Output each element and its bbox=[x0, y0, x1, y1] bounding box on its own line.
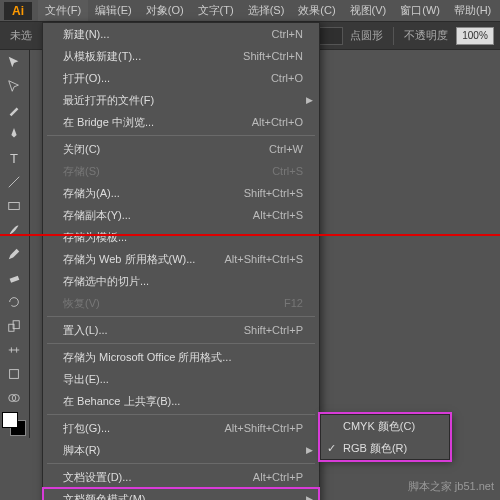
file-menu-item-7: 存储(S)Ctrl+S bbox=[43, 160, 319, 182]
menu-separator bbox=[47, 343, 315, 344]
menu-item-label: 存储选中的切片... bbox=[63, 274, 149, 289]
type-tool-icon[interactable]: T bbox=[0, 146, 28, 170]
pencil-tool-icon[interactable] bbox=[0, 242, 28, 266]
annotation-line bbox=[0, 234, 500, 236]
file-menu-item-0[interactable]: 新建(N)...Ctrl+N bbox=[43, 23, 319, 45]
menu-item-label: 置入(L)... bbox=[63, 323, 108, 338]
menu-6[interactable]: 视图(V) bbox=[343, 0, 394, 21]
line-tool-icon[interactable] bbox=[0, 170, 28, 194]
width-tool-icon[interactable] bbox=[0, 338, 28, 362]
menu-item-shortcut: Shift+Ctrl+P bbox=[244, 324, 303, 336]
menu-item-label: 打包(G)... bbox=[63, 421, 110, 436]
menu-item-shortcut: Ctrl+O bbox=[271, 72, 303, 84]
app-window: Ai 文件(F)编辑(E)对象(O)文字(T)选择(S)效果(C)视图(V)窗口… bbox=[0, 0, 500, 500]
watermark-text: 脚本之家 jb51.net bbox=[408, 479, 494, 494]
magic-wand-tool-icon[interactable] bbox=[0, 98, 28, 122]
menu-8[interactable]: 帮助(H) bbox=[447, 0, 498, 21]
color-mode-submenu: CMYK 颜色(C)✓RGB 颜色(R) bbox=[320, 414, 450, 460]
file-menu-item-21[interactable]: 打包(G)...Alt+Shift+Ctrl+P bbox=[43, 417, 319, 439]
eraser-tool-icon[interactable] bbox=[0, 266, 28, 290]
menu-item-shortcut: Alt+Shift+Ctrl+S bbox=[224, 253, 303, 265]
file-menu-item-15[interactable]: 置入(L)...Shift+Ctrl+P bbox=[43, 319, 319, 341]
menu-3[interactable]: 文字(T) bbox=[191, 0, 241, 21]
file-menu-item-25[interactable]: 文档颜色模式(M)▶ bbox=[43, 488, 319, 500]
menu-1[interactable]: 编辑(E) bbox=[88, 0, 139, 21]
menu-item-label: 存储(S) bbox=[63, 164, 100, 179]
file-menu-item-11[interactable]: 存储为 Web 所用格式(W)...Alt+Shift+Ctrl+S bbox=[43, 248, 319, 270]
menu-item-shortcut: Shift+Ctrl+S bbox=[244, 187, 303, 199]
menu-item-label: 脚本(R) bbox=[63, 443, 100, 458]
menu-separator bbox=[47, 463, 315, 464]
svg-rect-4 bbox=[10, 370, 19, 379]
submenu-item-label: CMYK 颜色(C) bbox=[343, 419, 415, 434]
file-menu-item-22[interactable]: 脚本(R)▶ bbox=[43, 439, 319, 461]
menu-item-shortcut: Alt+Shift+Ctrl+P bbox=[224, 422, 303, 434]
menu-item-shortcut: Ctrl+W bbox=[269, 143, 303, 155]
app-logo: Ai bbox=[4, 2, 32, 20]
menu-item-label: 存储为 Web 所用格式(W)... bbox=[63, 252, 195, 267]
scale-tool-icon[interactable] bbox=[0, 314, 28, 338]
menu-item-label: 关闭(C) bbox=[63, 142, 100, 157]
menu-item-label: 文档设置(D)... bbox=[63, 470, 131, 485]
file-menu-item-10[interactable]: 存储为模板... bbox=[43, 226, 319, 248]
menu-item-shortcut: F12 bbox=[284, 297, 303, 309]
menu-item-shortcut: Ctrl+N bbox=[272, 28, 303, 40]
fill-stroke-swatch[interactable] bbox=[2, 412, 26, 436]
opacity-value[interactable]: 100% bbox=[456, 27, 494, 45]
menu-item-label: 打开(O)... bbox=[63, 71, 110, 86]
menu-item-label: 在 Behance 上共享(B)... bbox=[63, 394, 180, 409]
selection-tool-icon[interactable] bbox=[0, 50, 28, 74]
file-menu-item-8[interactable]: 存储为(A)...Shift+Ctrl+S bbox=[43, 182, 319, 204]
checkmark-icon: ✓ bbox=[327, 442, 336, 455]
file-menu-item-13: 恢复(V)F12 bbox=[43, 292, 319, 314]
menu-item-label: 最近打开的文件(F) bbox=[63, 93, 154, 108]
pen-tool-icon[interactable] bbox=[0, 122, 28, 146]
brush-shape-label[interactable]: 点圆形 bbox=[350, 28, 383, 43]
file-menu-item-2[interactable]: 打开(O)...Ctrl+O bbox=[43, 67, 319, 89]
menu-item-shortcut: Alt+Ctrl+P bbox=[253, 471, 303, 483]
file-menu-item-12[interactable]: 存储选中的切片... bbox=[43, 270, 319, 292]
opacity-label: 不透明度 bbox=[404, 28, 448, 43]
menu-2[interactable]: 对象(O) bbox=[139, 0, 191, 21]
submenu-arrow-icon: ▶ bbox=[306, 445, 313, 455]
file-menu-item-17[interactable]: 存储为 Microsoft Office 所用格式... bbox=[43, 346, 319, 368]
menu-4[interactable]: 选择(S) bbox=[241, 0, 292, 21]
menu-separator bbox=[47, 414, 315, 415]
menu-item-label: 从模板新建(T)... bbox=[63, 49, 141, 64]
file-menu-item-9[interactable]: 存储副本(Y)...Alt+Ctrl+S bbox=[43, 204, 319, 226]
no-selection-label: 未选 bbox=[10, 28, 32, 43]
color-mode-option-0[interactable]: CMYK 颜色(C) bbox=[321, 415, 449, 437]
menu-item-label: 存储为(A)... bbox=[63, 186, 120, 201]
menu-item-label: 存储副本(Y)... bbox=[63, 208, 131, 223]
file-menu-item-24[interactable]: 文档设置(D)...Alt+Ctrl+P bbox=[43, 466, 319, 488]
rectangle-tool-icon[interactable] bbox=[0, 194, 28, 218]
menu-item-shortcut: Alt+Ctrl+O bbox=[252, 116, 303, 128]
menu-separator bbox=[47, 135, 315, 136]
svg-rect-0 bbox=[9, 203, 20, 210]
rotate-tool-icon[interactable] bbox=[0, 290, 28, 314]
menu-7[interactable]: 窗口(W) bbox=[393, 0, 447, 21]
file-menu-item-3[interactable]: 最近打开的文件(F)▶ bbox=[43, 89, 319, 111]
submenu-arrow-icon: ▶ bbox=[306, 95, 313, 105]
menu-0[interactable]: 文件(F) bbox=[38, 0, 88, 21]
paintbrush-tool-icon[interactable] bbox=[0, 218, 28, 242]
file-menu-item-4[interactable]: 在 Bridge 中浏览...Alt+Ctrl+O bbox=[43, 111, 319, 133]
separator bbox=[393, 27, 394, 45]
menu-item-label: 存储为 Microsoft Office 所用格式... bbox=[63, 350, 232, 365]
menu-item-label: 导出(E)... bbox=[63, 372, 109, 387]
menu-5[interactable]: 效果(C) bbox=[291, 0, 342, 21]
file-menu-item-19[interactable]: 在 Behance 上共享(B)... bbox=[43, 390, 319, 412]
file-menu-item-18[interactable]: 导出(E)... bbox=[43, 368, 319, 390]
color-mode-option-1[interactable]: ✓RGB 颜色(R) bbox=[321, 437, 449, 459]
direct-selection-tool-icon[interactable] bbox=[0, 74, 28, 98]
submenu-item-label: RGB 颜色(R) bbox=[343, 441, 407, 456]
menu-item-label: 新建(N)... bbox=[63, 27, 109, 42]
menu-item-label: 在 Bridge 中浏览... bbox=[63, 115, 154, 130]
menu-item-label: 文档颜色模式(M) bbox=[63, 492, 146, 501]
shape-builder-tool-icon[interactable] bbox=[0, 386, 28, 410]
free-transform-tool-icon[interactable] bbox=[0, 362, 28, 386]
submenu-arrow-icon: ▶ bbox=[306, 494, 313, 500]
file-menu-item-6[interactable]: 关闭(C)Ctrl+W bbox=[43, 138, 319, 160]
file-menu-item-1[interactable]: 从模板新建(T)...Shift+Ctrl+N bbox=[43, 45, 319, 67]
menu-item-shortcut: Ctrl+S bbox=[272, 165, 303, 177]
